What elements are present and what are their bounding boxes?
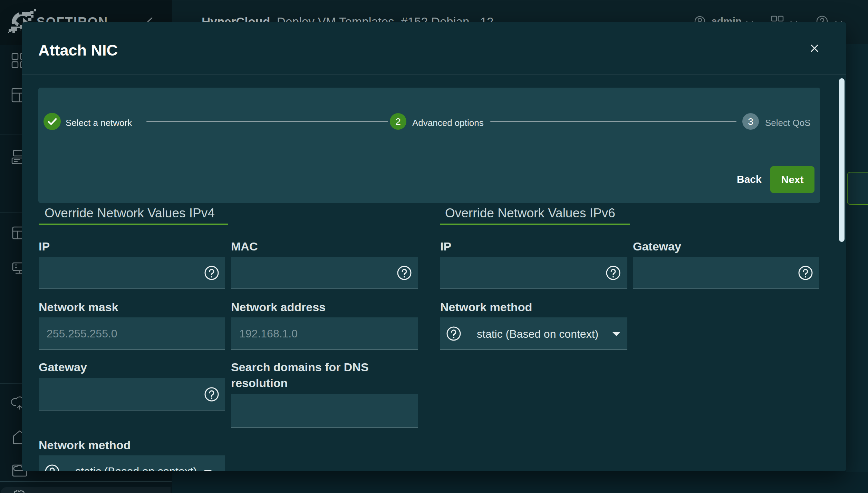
svg-text:2: 2 bbox=[395, 116, 401, 127]
svg-text:3: 3 bbox=[748, 116, 753, 127]
